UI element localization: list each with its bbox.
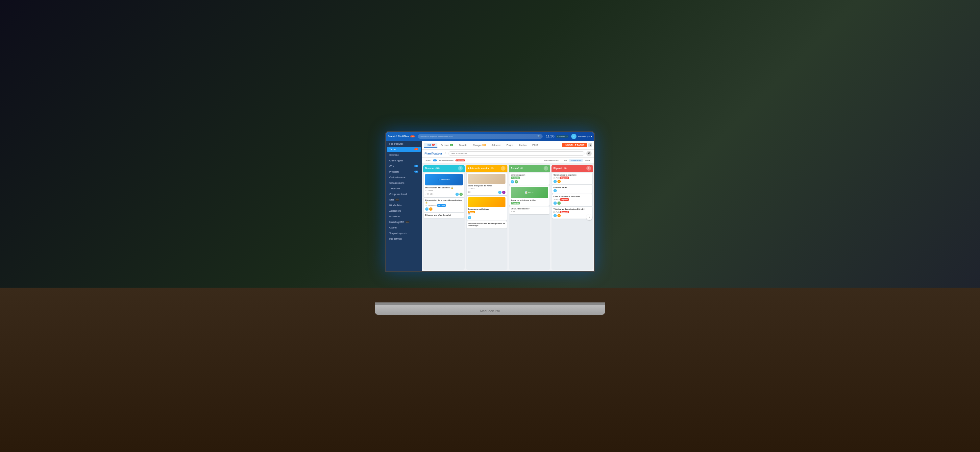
card-presentation-28[interactable]: 👥 Présentation Présentation 28 septembre… xyxy=(424,173,464,197)
sidebar-item-bitrix-drive[interactable]: Bitrix24.Drive xyxy=(387,203,421,208)
tab-plus[interactable]: Plus ▾ xyxy=(530,143,541,147)
card-avatars: V J xyxy=(498,191,506,194)
avatar-1: V xyxy=(554,214,557,217)
card-avatars: V xyxy=(468,216,506,219)
laptop-hinge xyxy=(375,303,605,305)
column-termine-body: faire un rapport Terminée V A xyxy=(509,172,550,270)
user-avatar[interactable]: V xyxy=(571,134,576,139)
sidebar-item-marketing[interactable]: Marketing GRC beta xyxy=(387,220,421,225)
sidebar-item-utilisateurs[interactable]: Utilisateurs xyxy=(387,214,421,219)
sidebar-item-label: Mes activités xyxy=(389,238,402,240)
card-image xyxy=(468,197,506,207)
scroll-right-arrow[interactable]: › xyxy=(586,214,592,220)
sidebar-item-groupes[interactable]: Groupes de travail xyxy=(387,192,421,197)
kanban-subheader: Tâches: 11 aucune date limite 9 dépassé … xyxy=(422,158,594,163)
settings-button[interactable]: ⚙ xyxy=(586,151,592,156)
sidebar-item-label: CRM xyxy=(389,165,394,167)
card-tri-boite-mail[interactable]: Faire le tri dans la boite mail 29 Août … xyxy=(552,194,592,206)
sidebar-item-label: Temps et rapports xyxy=(389,232,406,235)
card-recherches-strategie[interactable]: Faire les recherches développement de la… xyxy=(467,221,507,228)
sidebar-item-sites[interactable]: Sites beta xyxy=(387,197,421,202)
card-deposer-offre[interactable]: Déposer une offre d'emploi xyxy=(424,213,464,218)
sidebar-item-crm[interactable]: CRM 40 xyxy=(387,164,421,169)
new-task-dropdown[interactable]: ▾ xyxy=(588,143,592,147)
tasks-label: Tâches: xyxy=(425,159,431,162)
sidebar-item-telephonie[interactable]: Téléphonie xyxy=(387,186,421,191)
card-status: Dépassé xyxy=(560,198,569,201)
sidebar-item-label: Centre de contact xyxy=(389,176,406,179)
avatar-2: M xyxy=(557,214,561,217)
overdue-count: 9 dépassé xyxy=(455,159,465,162)
column-depasse-add[interactable]: + xyxy=(586,166,591,171)
card-title: Faire les recherches développement de la… xyxy=(468,222,506,227)
sidebar-item-taches[interactable]: Tâches 29 xyxy=(387,147,421,152)
sidebar-item-label: Courriel xyxy=(389,227,397,229)
sidebar-item-chat[interactable]: Chat et Appels xyxy=(387,158,421,163)
card-article-blog[interactable]: 📝 BLOG Ecrire un article sur le blog Ter… xyxy=(509,186,549,206)
card-date: 1 Octobre xyxy=(425,189,463,191)
column-faire-add[interactable]: + xyxy=(501,166,506,171)
card-status: Pause xyxy=(468,211,475,213)
sidebar-item-temps[interactable]: Temps et rapports xyxy=(387,231,421,236)
tab-jobserve[interactable]: J'observe xyxy=(489,143,503,147)
column-faire-label: À faire cette semaine xyxy=(468,167,489,169)
laptop-screen: Société Ciel Bleu 24 chercher un employé… xyxy=(385,131,595,272)
column-nouveau-label: Nouveau xyxy=(425,167,434,169)
card-campagne-pub[interactable]: Campagne publicitaire Pause 💬 1 V xyxy=(467,196,507,220)
tab-tous[interactable]: Tous 20 xyxy=(424,143,438,147)
tab-kanban[interactable]: Kanban xyxy=(517,143,529,147)
star-icon[interactable]: ☆ xyxy=(444,152,447,155)
column-termine-add[interactable]: + xyxy=(544,166,548,171)
no-date-label: aucune date limite xyxy=(439,159,453,162)
card-title: faire un rapport xyxy=(511,174,548,176)
card-presentation-nouvelle[interactable]: Présentation de la nouvelle application … xyxy=(424,198,464,212)
card-avatars: V A xyxy=(554,201,591,205)
planner-view-btn[interactable]: Planificateur xyxy=(569,159,583,162)
macbook-label: MacBook Pro xyxy=(480,309,500,313)
tasks-count: 11 xyxy=(433,159,437,162)
list-view-btn[interactable]: Liste xyxy=(562,159,568,162)
column-depasse-body: Commander la papeterie 31 Août Dépassé V… xyxy=(552,172,593,270)
tab-jassigne[interactable]: J'assigne 19 xyxy=(470,143,488,147)
sidebar-item-applications[interactable]: Applications xyxy=(387,208,421,213)
avatar-2: A xyxy=(557,201,561,205)
tab-en-cours[interactable]: En cours 11 xyxy=(438,143,455,147)
search-placeholder: chercher un employé, un document ou au..… xyxy=(420,135,455,137)
column-termine: Terminé 3 + faire un rapport Terminé xyxy=(509,165,550,270)
card-timer: 00:00:00 xyxy=(468,187,506,189)
card-faire-rapport[interactable]: faire un rapport Terminée V A xyxy=(509,173,549,185)
sidebar-item-calendrier[interactable]: Calendrier xyxy=(387,152,421,157)
card-title: Présentation de la nouvelle application … xyxy=(425,199,463,203)
user-dropdown-icon[interactable]: ▾ xyxy=(591,135,592,138)
new-task-button[interactable]: NOUVELLE TÂCHE xyxy=(562,143,587,147)
sidebar-item-prospects[interactable]: Prospects 19 xyxy=(387,169,421,174)
automation-rules-btn[interactable]: Automation rules xyxy=(542,159,560,162)
avatar-2: M xyxy=(557,180,561,183)
avatar-1: V xyxy=(425,208,428,211)
sidebar-item-centre-contact[interactable]: Centre de contact xyxy=(387,175,421,180)
column-termine-count: 3 xyxy=(520,167,523,169)
gantt-view-btn[interactable]: Gantt xyxy=(584,159,592,162)
sidebar-item-courriel[interactable]: Courriel xyxy=(387,225,421,230)
sidebar-item-label: Groupes de travail xyxy=(389,193,407,195)
filter-input[interactable] xyxy=(449,151,584,156)
tab-jassiste[interactable]: J'assiste xyxy=(457,143,470,147)
sidebar-item-activites[interactable]: Mes activités xyxy=(387,236,421,241)
sidebar-item-canaux[interactable]: Canaux ouverts xyxy=(387,181,421,186)
card-date: 30 Septembre En cours xyxy=(425,204,463,207)
column-nouveau-count: 54 xyxy=(436,167,439,169)
sidebar-item-label: Chat et Appels xyxy=(389,159,403,162)
app-ui: Société Ciel Bleu 24 chercher un employé… xyxy=(386,132,594,271)
search-bar[interactable]: chercher un employé, un document ou au..… xyxy=(418,134,543,139)
card-date: 29 Août Dépassé xyxy=(554,198,591,201)
card-status: Dépassé xyxy=(560,211,569,213)
card-visite-point-vente[interactable]: Visite d'un point de vente 00:00:00 💬 1 xyxy=(467,173,507,195)
sidebar: Flux d'activités Tâches 29 Calendrier Ch… xyxy=(386,141,422,271)
sidebar-item-flux[interactable]: Flux d'activités xyxy=(387,141,421,146)
column-nouveau-add[interactable]: + xyxy=(458,166,463,171)
card-status: Dépassé xyxy=(560,176,569,179)
card-commander-papeterie[interactable]: Commander la papeterie 31 Août Dépassé V… xyxy=(552,173,592,184)
tab-projets[interactable]: Projets xyxy=(504,143,515,147)
card-fichiers-trier[interactable]: Fichiers à trier V xyxy=(552,185,592,193)
card-crm-julie[interactable]: CRM: Julie Boucher #crm xyxy=(509,206,549,214)
